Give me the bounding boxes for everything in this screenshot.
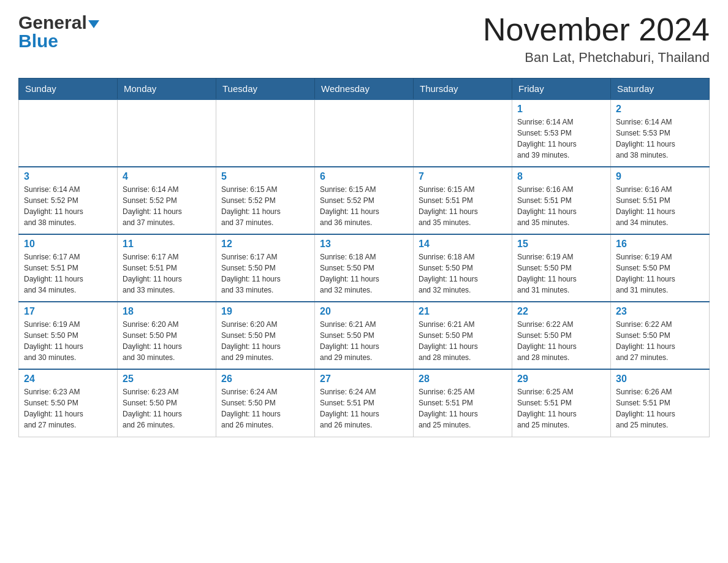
day-info: Sunrise: 6:20 AM Sunset: 5:50 PM Dayligh… [221,319,309,363]
header-row: SundayMondayTuesdayWednesdayThursdayFrid… [19,79,710,100]
day-number: 20 [320,306,408,317]
day-info: Sunrise: 6:24 AM Sunset: 5:50 PM Dayligh… [221,386,309,431]
day-number: 25 [123,373,211,385]
day-number: 14 [419,239,507,250]
day-header-monday: Monday [118,79,216,100]
day-number: 5 [221,171,309,182]
day-number: 24 [24,373,112,385]
day-number: 29 [517,373,605,385]
day-info: Sunrise: 6:19 AM Sunset: 5:50 PM Dayligh… [24,319,112,363]
day-info: Sunrise: 6:20 AM Sunset: 5:50 PM Dayligh… [123,319,211,363]
day-cell: 10Sunrise: 6:17 AM Sunset: 5:51 PM Dayli… [19,234,118,302]
week-row-1: 1Sunrise: 6:14 AM Sunset: 5:53 PM Daylig… [19,99,710,167]
logo: General Blue [18,12,99,52]
day-cell: 25Sunrise: 6:23 AM Sunset: 5:50 PM Dayli… [118,369,216,437]
day-info: Sunrise: 6:25 AM Sunset: 5:51 PM Dayligh… [419,386,507,431]
day-cell: 22Sunrise: 6:22 AM Sunset: 5:50 PM Dayli… [512,302,611,369]
day-number: 9 [616,171,704,182]
day-cell: 13Sunrise: 6:18 AM Sunset: 5:50 PM Dayli… [315,234,414,302]
day-number: 15 [517,239,605,250]
day-cell: 15Sunrise: 6:19 AM Sunset: 5:50 PM Dayli… [512,234,611,302]
day-cell [19,99,118,167]
day-info: Sunrise: 6:18 AM Sunset: 5:50 PM Dayligh… [320,251,408,296]
day-number: 12 [221,239,309,250]
day-number: 19 [221,306,309,317]
day-info: Sunrise: 6:14 AM Sunset: 5:53 PM Dayligh… [517,117,605,161]
logo-general-text: General [18,12,87,33]
day-info: Sunrise: 6:17 AM Sunset: 5:51 PM Dayligh… [123,251,211,296]
day-cell: 6Sunrise: 6:15 AM Sunset: 5:52 PM Daylig… [315,167,414,234]
day-info: Sunrise: 6:25 AM Sunset: 5:51 PM Dayligh… [517,386,605,431]
day-cell: 29Sunrise: 6:25 AM Sunset: 5:51 PM Dayli… [512,369,611,437]
day-cell: 18Sunrise: 6:20 AM Sunset: 5:50 PM Dayli… [118,302,216,369]
day-cell: 1Sunrise: 6:14 AM Sunset: 5:53 PM Daylig… [512,99,611,167]
day-number: 17 [24,306,112,317]
day-info: Sunrise: 6:17 AM Sunset: 5:50 PM Dayligh… [221,251,309,296]
day-cell [118,99,216,167]
day-cell: 14Sunrise: 6:18 AM Sunset: 5:50 PM Dayli… [414,234,512,302]
day-cell [414,99,512,167]
day-cell: 2Sunrise: 6:14 AM Sunset: 5:53 PM Daylig… [611,99,710,167]
day-cell: 17Sunrise: 6:19 AM Sunset: 5:50 PM Dayli… [19,302,118,369]
day-number: 18 [123,306,211,317]
day-number: 7 [419,171,507,182]
day-header-wednesday: Wednesday [315,79,414,100]
day-info: Sunrise: 6:14 AM Sunset: 5:52 PM Dayligh… [24,184,112,228]
week-row-2: 3Sunrise: 6:14 AM Sunset: 5:52 PM Daylig… [19,167,710,234]
day-number: 2 [616,104,704,115]
day-number: 8 [517,171,605,182]
day-info: Sunrise: 6:22 AM Sunset: 5:50 PM Dayligh… [616,319,704,363]
day-cell: 28Sunrise: 6:25 AM Sunset: 5:51 PM Dayli… [414,369,512,437]
day-info: Sunrise: 6:19 AM Sunset: 5:50 PM Dayligh… [517,251,605,296]
day-cell: 3Sunrise: 6:14 AM Sunset: 5:52 PM Daylig… [19,167,118,234]
day-number: 1 [517,104,605,115]
day-number: 6 [320,171,408,182]
day-cell: 21Sunrise: 6:21 AM Sunset: 5:50 PM Dayli… [414,302,512,369]
day-number: 4 [123,171,211,182]
day-number: 3 [24,171,112,182]
day-number: 27 [320,373,408,385]
day-info: Sunrise: 6:24 AM Sunset: 5:51 PM Dayligh… [320,386,408,431]
subtitle: Ban Lat, Phetchaburi, Thailand [483,50,710,66]
day-number: 21 [419,306,507,317]
day-number: 11 [123,239,211,250]
calendar-table: SundayMondayTuesdayWednesdayThursdayFrid… [18,78,710,437]
day-info: Sunrise: 6:23 AM Sunset: 5:50 PM Dayligh… [123,386,211,431]
day-cell: 27Sunrise: 6:24 AM Sunset: 5:51 PM Dayli… [315,369,414,437]
day-cell: 30Sunrise: 6:26 AM Sunset: 5:51 PM Dayli… [611,369,710,437]
logo-line1: General [18,12,99,33]
day-cell: 9Sunrise: 6:16 AM Sunset: 5:51 PM Daylig… [611,167,710,234]
day-cell: 20Sunrise: 6:21 AM Sunset: 5:50 PM Dayli… [315,302,414,369]
day-info: Sunrise: 6:22 AM Sunset: 5:50 PM Dayligh… [517,319,605,363]
day-cell: 5Sunrise: 6:15 AM Sunset: 5:52 PM Daylig… [216,167,315,234]
day-number: 28 [419,373,507,385]
day-header-thursday: Thursday [414,79,512,100]
logo-blue-text: Blue [18,31,99,52]
day-info: Sunrise: 6:26 AM Sunset: 5:51 PM Dayligh… [616,386,704,431]
day-info: Sunrise: 6:15 AM Sunset: 5:52 PM Dayligh… [320,184,408,228]
day-header-sunday: Sunday [19,79,118,100]
day-info: Sunrise: 6:16 AM Sunset: 5:51 PM Dayligh… [616,184,704,228]
day-info: Sunrise: 6:21 AM Sunset: 5:50 PM Dayligh… [419,319,507,363]
day-cell [315,99,414,167]
day-number: 10 [24,239,112,250]
day-header-saturday: Saturday [611,79,710,100]
day-info: Sunrise: 6:15 AM Sunset: 5:52 PM Dayligh… [221,184,309,228]
day-info: Sunrise: 6:17 AM Sunset: 5:51 PM Dayligh… [24,251,112,296]
day-number: 22 [517,306,605,317]
week-row-3: 10Sunrise: 6:17 AM Sunset: 5:51 PM Dayli… [19,234,710,302]
day-number: 23 [616,306,704,317]
day-header-friday: Friday [512,79,611,100]
day-number: 13 [320,239,408,250]
title-area: November 2024 Ban Lat, Phetchaburi, Thai… [483,12,710,66]
day-cell: 24Sunrise: 6:23 AM Sunset: 5:50 PM Dayli… [19,369,118,437]
day-cell: 8Sunrise: 6:16 AM Sunset: 5:51 PM Daylig… [512,167,611,234]
day-info: Sunrise: 6:18 AM Sunset: 5:50 PM Dayligh… [419,251,507,296]
day-cell: 7Sunrise: 6:15 AM Sunset: 5:51 PM Daylig… [414,167,512,234]
day-info: Sunrise: 6:19 AM Sunset: 5:50 PM Dayligh… [616,251,704,296]
day-cell: 4Sunrise: 6:14 AM Sunset: 5:52 PM Daylig… [118,167,216,234]
day-cell: 11Sunrise: 6:17 AM Sunset: 5:51 PM Dayli… [118,234,216,302]
day-number: 16 [616,239,704,250]
day-info: Sunrise: 6:23 AM Sunset: 5:50 PM Dayligh… [24,386,112,431]
page-header: General Blue November 2024 Ban Lat, Phet… [18,12,710,66]
